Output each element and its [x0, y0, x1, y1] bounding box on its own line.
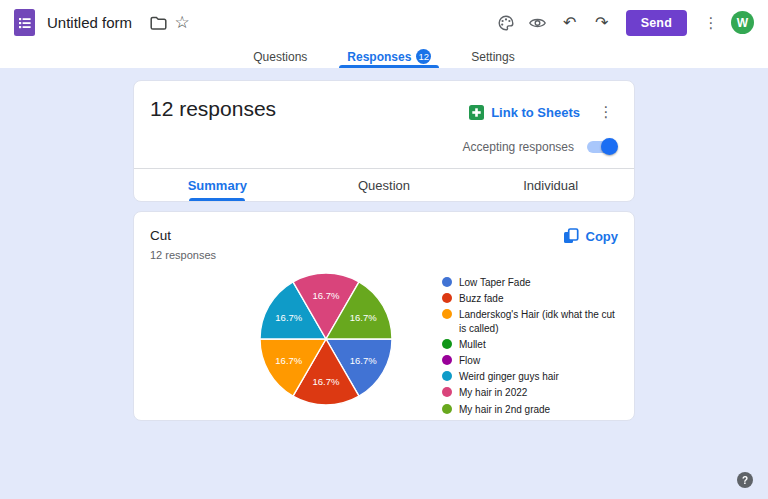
customize-theme-icon[interactable]: [494, 11, 518, 35]
pie-slice-label: 16.7%: [313, 290, 340, 301]
app-bar: Untitled form ☆ ↶ ↷ Send ⋮ W: [0, 0, 768, 45]
copy-icon: [563, 228, 579, 244]
redo-icon[interactable]: ↷: [590, 11, 614, 35]
tab-questions[interactable]: Questions: [245, 45, 315, 68]
legend-label: Flow: [459, 354, 480, 367]
copy-chart-button[interactable]: Copy: [563, 228, 619, 244]
subtab-question[interactable]: Question: [301, 169, 468, 201]
responses-count-title: 12 responses: [150, 97, 276, 121]
legend-item: Weird ginger guys hair: [442, 370, 618, 383]
active-tab-indicator: [339, 65, 439, 68]
pie-slice-label: 16.7%: [275, 355, 302, 366]
legend-item: My hair in 2nd grade: [442, 403, 618, 416]
accepting-responses-label: Accepting responses: [463, 140, 574, 154]
account-avatar[interactable]: W: [731, 11, 754, 34]
legend-label: My hair in 2nd grade: [459, 403, 550, 416]
main-tab-bar: Questions Responses 12 Settings: [0, 45, 768, 68]
google-forms-logo-icon[interactable]: [14, 9, 35, 36]
legend-item: My hair in 2022: [442, 386, 618, 399]
undo-icon[interactable]: ↶: [558, 11, 582, 35]
legend-label: Mullet: [459, 338, 486, 351]
star-icon[interactable]: ☆: [170, 11, 194, 35]
chart-legend: Low Taper FadeBuzz fadeLanderskog's Hair…: [442, 276, 618, 419]
sheets-icon: [469, 105, 484, 120]
legend-label: Landerskog's Hair (idk what the cut is c…: [459, 308, 618, 334]
legend-color-dot: [442, 277, 452, 287]
legend-label: My hair in 2022: [459, 386, 527, 399]
link-to-sheets-button[interactable]: Link to Sheets: [469, 105, 580, 120]
legend-label: Low Taper Fade: [459, 276, 531, 289]
tab-settings[interactable]: Settings: [463, 45, 522, 68]
legend-color-dot: [442, 293, 452, 303]
subtab-individual[interactable]: Individual: [467, 169, 634, 201]
legend-label: Weird ginger guys hair: [459, 370, 559, 383]
form-title: Untitled form: [47, 14, 132, 31]
responses-header-card: 12 responses Link to Sheets ⋮ Accepting …: [133, 80, 635, 202]
subtab-summary[interactable]: Summary: [134, 169, 301, 201]
response-view-tabs: Summary Question Individual: [134, 169, 634, 201]
card-more-options-icon[interactable]: ⋮: [594, 100, 618, 124]
send-button[interactable]: Send: [626, 10, 687, 36]
pie-chart: 16.7%16.7%16.7%16.7%16.7%16.7%: [254, 267, 398, 411]
legend-item: Landerskog's Hair (idk what the cut is c…: [442, 308, 618, 334]
move-to-folder-icon[interactable]: [146, 11, 170, 35]
accepting-responses-toggle[interactable]: [586, 138, 618, 155]
help-button[interactable]: ?: [737, 472, 753, 488]
active-subtab-indicator: [189, 198, 245, 201]
question-response-count: 12 responses: [150, 249, 216, 261]
legend-label: Buzz fade: [459, 292, 503, 305]
legend-item: Low Taper Fade: [442, 276, 618, 289]
legend-color-dot: [442, 309, 452, 319]
legend-color-dot: [442, 371, 452, 381]
legend-color-dot: [442, 355, 452, 365]
legend-color-dot: [442, 404, 452, 414]
preview-eye-icon[interactable]: [526, 11, 550, 35]
pie-slice-label: 16.7%: [313, 376, 340, 387]
pie-slice-label: 16.7%: [350, 312, 377, 323]
pie-chart-container: 16.7%16.7%16.7%16.7%16.7%16.7%: [254, 267, 398, 415]
content-area: 12 responses Link to Sheets ⋮ Accepting …: [133, 80, 635, 421]
legend-color-dot: [442, 387, 452, 397]
legend-item: Flow: [442, 354, 618, 367]
pie-slice-label: 16.7%: [275, 312, 302, 323]
pie-slice-label: 16.7%: [350, 355, 377, 366]
responses-count-badge: 12: [416, 49, 431, 64]
tab-responses[interactable]: Responses 12: [339, 45, 439, 68]
legend-item: Buzz fade: [442, 292, 618, 305]
question-chart-card: Cut 12 responses Copy 16.7%16.7%16.7%16.…: [133, 211, 635, 421]
legend-item: Mullet: [442, 338, 618, 351]
question-title: Cut: [150, 228, 216, 243]
legend-color-dot: [442, 339, 452, 349]
more-options-icon[interactable]: ⋮: [699, 11, 723, 35]
